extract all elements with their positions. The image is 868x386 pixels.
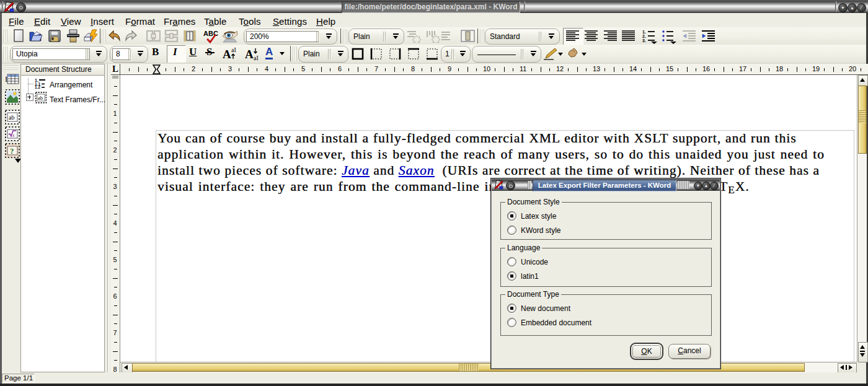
svg-text:?: ? [10,146,14,156]
svg-text:3.: 3. [642,38,646,43]
svg-text:ab: ab [38,95,43,101]
svg-text:1.: 1. [642,30,646,34]
svg-text:x: x [12,133,15,138]
svg-text:aI: aI [231,46,236,53]
svg-text:A: A [223,48,231,61]
svg-text:2.: 2. [642,34,646,38]
svg-text:1.2: 1.2 [35,85,40,89]
svg-text:A: A [245,48,254,61]
svg-text:aI: aI [254,55,259,61]
svg-text:ab: ab [9,114,14,121]
svg-text:I: I [5,75,7,84]
svg-text:ABC: ABC [203,30,218,37]
